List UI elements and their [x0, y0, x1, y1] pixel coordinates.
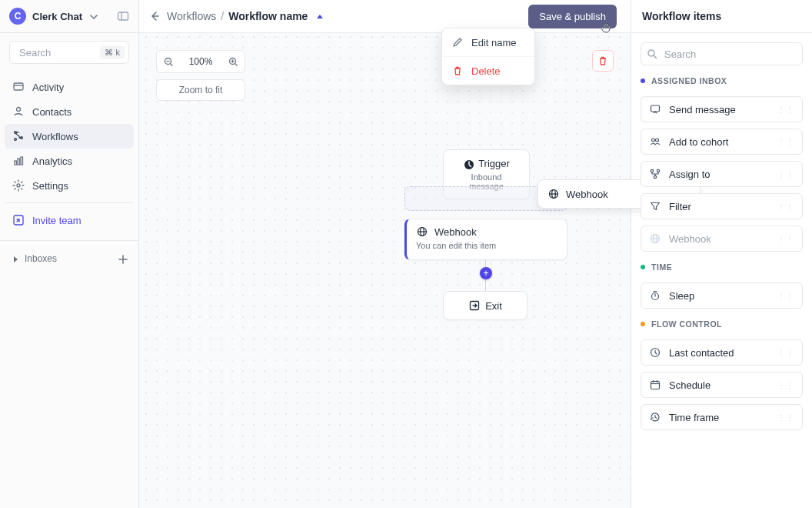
workflow-name-menu: Edit name Delete	[441, 28, 535, 85]
search-shortcut-badge: ⌘ k	[100, 46, 125, 59]
caret-right-icon	[11, 255, 18, 262]
group-label: TIME	[651, 262, 672, 272]
breadcrumb-sep: /	[221, 10, 224, 22]
drag-handle-icon[interactable]: ⋮⋮	[777, 138, 794, 146]
drag-handle-icon[interactable]: ⋮⋮	[777, 381, 794, 389]
menu-label: Edit name	[471, 37, 517, 48]
search-icon	[647, 48, 657, 59]
drag-handle-icon[interactable]: ⋮⋮	[777, 413, 794, 422]
edit-name-menu-item[interactable]: Edit name	[442, 28, 534, 56]
sidebar-search[interactable]: ⌘ k	[9, 41, 129, 64]
workspace-switcher[interactable]: C Clerk Chat	[9, 8, 117, 25]
invite-icon	[12, 214, 25, 226]
brand-logo-icon: C	[9, 8, 26, 25]
nav-workflows[interactable]: Workflows	[5, 124, 134, 149]
breadcrumb: Workflows / Workflow name	[167, 10, 323, 22]
nav-label: Contacts	[32, 106, 72, 118]
group-icon	[649, 135, 661, 148]
workflow-item[interactable]: Assign to⋮⋮	[641, 161, 803, 187]
back-button[interactable]	[148, 10, 161, 22]
drag-handle-icon: ⋮⋮	[777, 235, 794, 243]
workflow-item[interactable]: Time frame⋮⋮	[641, 404, 803, 430]
node-subtitle: You can edit this item	[416, 241, 557, 250]
workflow-item[interactable]: Last contacted⋮⋮	[641, 339, 803, 366]
collapse-sidebar-button[interactable]	[117, 11, 129, 22]
zoom-out-button[interactable]	[163, 56, 174, 67]
node-title: Webhook	[566, 189, 608, 200]
item-label: Sleep	[669, 290, 694, 302]
zoom-controls: 100%	[156, 50, 245, 73]
caret-up-icon[interactable]	[315, 12, 323, 20]
contacts-icon	[12, 105, 25, 118]
node-title: Webhook	[434, 226, 477, 238]
trash-icon	[451, 65, 464, 77]
drag-handle-icon[interactable]: ⋮⋮	[777, 202, 794, 211]
nav-contacts[interactable]: Contacts	[5, 99, 134, 124]
main: Workflows / Workflow name Save & publish…	[139, 0, 631, 508]
breadcrumb-root[interactable]: Workflows	[167, 10, 216, 22]
group-dot-icon	[641, 265, 645, 269]
globe-icon	[547, 188, 560, 200]
sidebar-icon	[117, 11, 129, 22]
workflow-item[interactable]: Add to cohort⋮⋮	[641, 129, 803, 155]
node-title: Trigger	[478, 158, 510, 169]
workflow-item[interactable]: Sleep⋮⋮	[641, 282, 803, 309]
item-label: Assign to	[669, 169, 710, 180]
activity-icon	[12, 81, 25, 93]
nav-activity[interactable]: Activity	[5, 75, 134, 99]
history-icon	[649, 411, 661, 423]
nav-label: Activity	[32, 82, 64, 93]
topbar: Workflows / Workflow name Save & publish	[139, 0, 631, 33]
clock-icon	[649, 346, 661, 359]
panel-search-input[interactable]	[641, 42, 803, 65]
drag-handle-icon[interactable]: ⋮⋮	[777, 292, 794, 300]
send-icon	[649, 103, 661, 115]
item-label: Webhook	[669, 233, 711, 245]
workflow-item[interactable]: Send message⋮⋮	[641, 96, 803, 122]
inboxes-label: Inboxes	[25, 253, 57, 264]
workflow-item[interactable]: Schedule⋮⋮	[641, 372, 803, 398]
drag-handle-icon[interactable]: ⋮⋮	[777, 105, 794, 114]
sidebar: C Clerk Chat ⌘ k Activity Contacts	[0, 0, 139, 508]
delete-workflow-button[interactable]	[592, 50, 614, 72]
nav-settings[interactable]: Settings	[5, 173, 134, 198]
zoom-to-fit-button[interactable]: Zoom to fit	[156, 79, 245, 101]
drag-handle-icon[interactable]: ⋮⋮	[777, 349, 794, 357]
workflow-item[interactable]: Filter⋮⋮	[641, 193, 803, 219]
settings-icon	[12, 179, 25, 192]
save-publish-button[interactable]: Save & publish	[528, 5, 617, 28]
workflow-canvas[interactable]: 100% Zoom to fit Trigger Inbound message	[139, 33, 631, 508]
invite-team-button[interactable]: Invite team	[5, 208, 134, 232]
item-label: Time frame	[669, 412, 719, 423]
nav-label: Analytics	[32, 155, 72, 167]
group-dot-icon	[641, 322, 645, 326]
timer-icon	[649, 289, 661, 302]
nav-label: Settings	[32, 180, 68, 192]
breadcrumb-current[interactable]: Workflow name	[228, 10, 308, 22]
zoom-in-button[interactable]	[228, 56, 238, 67]
inboxes-section[interactable]: Inboxes	[0, 246, 138, 272]
add-node-button[interactable]: +	[480, 267, 492, 279]
delete-menu-item[interactable]: Delete	[442, 56, 534, 85]
back-arrow-icon	[148, 10, 161, 22]
panel-search[interactable]	[641, 42, 803, 65]
analytics-icon	[12, 155, 25, 167]
node-webhook[interactable]: Webhook You can edit this item	[404, 219, 567, 260]
add-inbox-button[interactable]	[117, 253, 128, 264]
menu-label: Delete	[471, 65, 501, 77]
trash-icon	[597, 55, 609, 67]
group-label: FLOW CONTROL	[651, 319, 722, 329]
invite-label: Invite team	[32, 215, 82, 226]
workflows-icon	[12, 130, 25, 142]
pencil-icon	[451, 36, 464, 48]
globe-icon	[649, 232, 661, 245]
exit-icon	[468, 299, 481, 312]
group-label: ASSIGNED INBOX	[651, 76, 727, 85]
globe-icon	[416, 226, 428, 238]
nav-analytics[interactable]: Analytics	[5, 149, 134, 173]
edge	[485, 279, 486, 291]
drag-handle-icon[interactable]: ⋮⋮	[777, 170, 794, 179]
node-exit[interactable]: Exit	[443, 291, 527, 320]
panel-title: Workflow items	[631, 0, 812, 33]
nav-label: Workflows	[32, 131, 78, 142]
